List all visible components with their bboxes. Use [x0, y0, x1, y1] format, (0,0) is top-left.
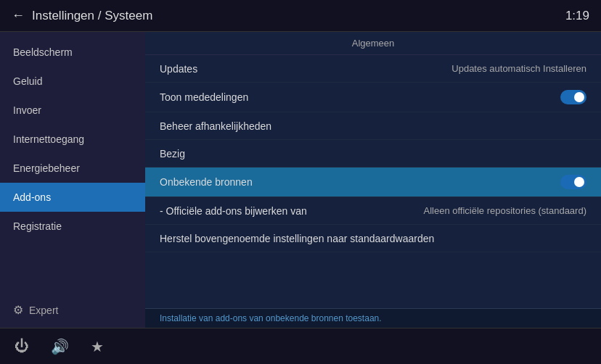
header: ← Instellingen / Systeem 1:19 [0, 0, 601, 32]
sidebar-item-internettoegang[interactable]: Internettoegang [0, 125, 145, 154]
setting-row-updates[interactable]: UpdatesUpdates automatisch Installeren [145, 55, 601, 83]
setting-label-beheer-afhankelijkheden: Beheer afhankelijkheden [160, 120, 271, 132]
power-icon[interactable]: ⏻ [15, 338, 29, 355]
sidebar-item-invoer[interactable]: Invoer [0, 96, 145, 125]
setting-row-officiele-addons[interactable]: - Officiële add-ons bijwerken vanAlleen … [145, 197, 601, 225]
toggle-toon-mededelingen[interactable] [560, 90, 586, 104]
bottom-bar: ⏻ 🔊 ★ [0, 328, 601, 364]
setting-label-updates: Updates [160, 63, 197, 75]
settings-content: Algemeen UpdatesUpdates automatisch Inst… [145, 32, 601, 328]
sidebar-item-energiebeheer[interactable]: Energiebeheer [0, 154, 145, 183]
settings-list: UpdatesUpdates automatisch InstallerenTo… [145, 55, 601, 252]
main-layout: BeeldschermGeluidInvoerInternettoegangEn… [0, 32, 601, 328]
expert-mode: ⚙ Expert [0, 296, 145, 324]
setting-value-officiele-addons: Alleen officiële repositories (standaard… [424, 205, 587, 216]
setting-row-onbekende-bronnen[interactable]: Onbekende bronnen [145, 167, 601, 197]
toggle-onbekende-bronnen[interactable] [560, 175, 586, 189]
back-button[interactable]: ← [12, 8, 25, 23]
sidebar: BeeldschermGeluidInvoerInternettoegangEn… [0, 32, 145, 328]
section-header: Algemeen [145, 32, 601, 55]
volume-icon[interactable]: 🔊 [51, 338, 69, 355]
info-text: Installatie van add-ons van onbekende br… [160, 313, 382, 323]
setting-row-herstel[interactable]: Herstel bovengenoemde instellingen naar … [145, 225, 601, 252]
setting-label-officiele-addons: - Officiële add-ons bijwerken van [160, 205, 307, 217]
setting-value-updates: Updates automatisch Installeren [451, 63, 586, 74]
gear-icon: ⚙ [13, 303, 23, 317]
info-bar: Installatie van add-ons van onbekende br… [145, 308, 601, 328]
setting-label-toon-mededelingen: Toon mededelingen [160, 91, 248, 103]
sidebar-item-beeldscherm[interactable]: Beeldscherm [0, 38, 145, 67]
setting-label-bezig: Bezig [160, 148, 185, 160]
setting-label-onbekende-bronnen: Onbekende bronnen [160, 176, 253, 188]
favorites-icon[interactable]: ★ [91, 338, 104, 355]
clock: 1:19 [565, 9, 589, 23]
sidebar-nav: BeeldschermGeluidInvoerInternettoegangEn… [0, 38, 145, 241]
setting-row-toon-mededelingen[interactable]: Toon mededelingen [145, 83, 601, 112]
setting-label-herstel: Herstel bovengenoemde instellingen naar … [160, 233, 434, 244]
sidebar-item-add-ons[interactable]: Add-ons [0, 183, 145, 212]
header-left: ← Instellingen / Systeem [12, 8, 152, 23]
setting-row-bezig[interactable]: Bezig [145, 140, 601, 167]
setting-row-beheer-afhankelijkheden[interactable]: Beheer afhankelijkheden [145, 112, 601, 140]
page-title: Instellingen / Systeem [32, 9, 152, 23]
sidebar-item-registratie[interactable]: Registratie [0, 212, 145, 241]
sidebar-item-geluid[interactable]: Geluid [0, 67, 145, 96]
expert-label: Expert [29, 305, 58, 316]
